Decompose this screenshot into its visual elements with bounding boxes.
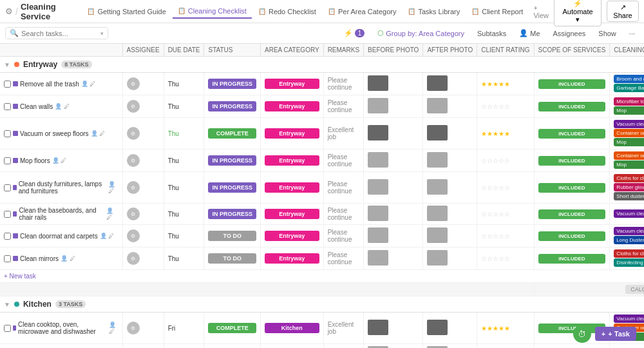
col-area[interactable]: AREA CATEGORY [260,44,323,57]
after-photo-cell-0-2[interactable] [423,118,477,150]
col-status[interactable]: STATUS [204,44,261,57]
col-materials[interactable]: CLEANING MATERIALS... [610,44,644,57]
before-photo-cell-0-5[interactable] [364,204,423,225]
col-due[interactable]: DUE DATE [164,44,204,57]
area-badge-0-6[interactable]: Entryway [265,231,319,241]
task-checkbox-0-0[interactable] [4,81,11,88]
after-photo-cell-0-4[interactable] [423,172,477,204]
task-checkbox-0-3[interactable] [4,157,11,164]
area-badge-1-0[interactable]: Kitchen [265,323,319,333]
area-badge-0-5[interactable]: Entryway [265,209,319,219]
area-cell-0-0[interactable]: Entryway [260,73,323,95]
status-cell-0-5[interactable]: IN PROGRESS [204,204,261,225]
nav-tab-client[interactable]: 📋Client Report [466,5,528,18]
before-photo-cell-0-7[interactable] [364,247,423,270]
before-photo-cell-0-1[interactable] [364,95,423,118]
after-photo-cell-0-6[interactable] [423,225,477,247]
search-box[interactable]: 🔍 ▾ [5,27,108,39]
share-button[interactable]: ↗ Share [607,1,639,22]
after-photo-cell-0-3[interactable] [423,150,477,172]
status-badge-0-4[interactable]: IN PROGRESS [208,182,256,193]
after-photo-0-3[interactable] [427,152,448,168]
before-photo-0-5[interactable] [368,206,388,221]
before-photo-cell-0-2[interactable] [364,118,423,150]
before-photo-0-1[interactable] [368,98,388,113]
area-cell-1-1[interactable]: Kitchen [260,344,323,349]
before-photo-0-4[interactable] [368,179,388,195]
area-cell-0-5[interactable]: Entryway [260,204,323,225]
col-scope[interactable]: SCOPE OF SERVICES [534,44,610,57]
after-photo-cell-0-7[interactable] [423,247,477,270]
after-photo-0-5[interactable] [427,206,448,221]
search-dropdown-icon[interactable]: ▾ [100,30,104,37]
area-badge-0-7[interactable]: Entryway [265,253,319,264]
status-cell-0-0[interactable]: IN PROGRESS [204,73,261,95]
show-button[interactable]: Show [594,28,620,39]
status-cell-0-7[interactable]: TO DO [204,247,261,270]
search-input[interactable] [21,30,98,37]
group-by-button[interactable]: ⬡ Group by: Area Category [374,28,468,39]
status-cell-0-2[interactable]: COMPLETE [204,118,261,150]
add-task-cell-entryway[interactable]: + New task [0,270,644,283]
after-photo-0-0[interactable] [427,75,448,91]
col-after-photo[interactable]: AFTER PHOTO [423,44,477,57]
add-task-row-entryway[interactable]: + New task [0,270,644,283]
status-badge-0-2[interactable]: COMPLETE [208,128,256,139]
area-cell-0-4[interactable]: Entryway [260,172,323,204]
area-cell-1-0[interactable]: Kitchen [260,313,323,344]
subtasks-button[interactable]: Subtasks [473,28,510,39]
before-photo-0-2[interactable] [368,125,388,140]
area-badge-0-1[interactable]: Entryway [265,101,319,111]
nav-tab-checklist[interactable]: 📋Cleaning Checklist [173,5,252,19]
before-photo-0-7[interactable] [368,250,388,266]
after-photo-0-4[interactable] [427,179,448,195]
filter-button[interactable]: ⚡ 1 [340,28,369,39]
task-checkbox-0-5[interactable] [4,211,11,218]
task-checkbox-1-0[interactable] [4,325,11,332]
automate-button[interactable]: ⚡ Automate ▾ [554,0,601,26]
after-photo-cell-0-1[interactable] [423,95,477,118]
status-badge-0-6[interactable]: TO DO [208,231,256,241]
task-checkbox-0-6[interactable] [4,233,11,240]
collapse-icon-kitchen[interactable]: ▼ [4,301,10,308]
status-badge-0-1[interactable]: IN PROGRESS [208,101,256,111]
status-cell-0-3[interactable]: IN PROGRESS [204,150,261,172]
area-cell-0-6[interactable]: Entryway [260,225,323,247]
after-photo-0-1[interactable] [427,98,448,113]
nav-tab-per_area[interactable]: 📋Per Area Category [323,5,402,18]
add-task-label-entryway[interactable]: + New task [4,273,36,280]
col-before-photo[interactable]: BEFORE PHOTO [364,44,423,57]
before-photo-cell-0-6[interactable] [364,225,423,247]
after-photo-0-2[interactable] [427,125,448,140]
area-cell-0-3[interactable]: Entryway [260,150,323,172]
me-button[interactable]: 👤 Me [515,28,544,39]
col-assignee[interactable]: ASSIGNEE [122,44,164,57]
col-client-rating[interactable]: CLIENT RATING [477,44,534,57]
task-checkbox-0-7[interactable] [4,255,11,262]
status-cell-0-1[interactable]: IN PROGRESS [204,95,261,118]
before-photo-cell-1-1[interactable] [364,344,423,349]
before-photo-0-6[interactable] [368,227,388,243]
before-photo-0-0[interactable] [368,75,388,91]
before-photo-1-0[interactable] [368,320,388,335]
status-badge-0-0[interactable]: IN PROGRESS [208,79,256,89]
calculate-button-entryway[interactable]: CALCULATE [625,285,644,294]
status-cell-1-0[interactable]: COMPLETE [204,313,261,344]
collapse-icon-entryway[interactable]: ▼ [4,61,10,68]
timer-button[interactable]: ⏱ [573,325,591,343]
after-photo-cell-1-0[interactable] [423,313,477,344]
after-photo-cell-1-1[interactable] [423,344,477,349]
area-badge-0-2[interactable]: Entryway [265,128,319,139]
area-badge-0-3[interactable]: Entryway [265,155,319,166]
area-cell-0-2[interactable]: Entryway [260,118,323,150]
calculate-cell-entryway[interactable]: CALCULATE [534,283,644,296]
status-cell-0-4[interactable]: IN PROGRESS [204,172,261,204]
new-task-button[interactable]: + + Task [595,327,636,341]
status-badge-1-0[interactable]: COMPLETE [208,323,256,333]
area-badge-0-4[interactable]: Entryway [265,182,319,193]
nav-tab-library[interactable]: 📋Tasks Library [402,5,465,18]
status-cell-1-1[interactable]: TO DO [204,344,261,349]
area-badge-0-0[interactable]: Entryway [265,79,319,89]
after-photo-0-6[interactable] [427,227,448,243]
before-photo-0-3[interactable] [368,152,388,168]
